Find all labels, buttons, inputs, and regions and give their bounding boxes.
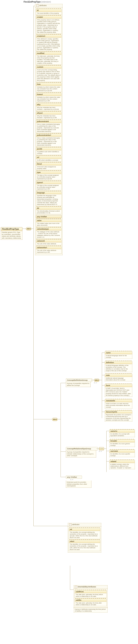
elem-desc: A natural language definition of the sem… xyxy=(105,364,132,372)
attr-qcode: qcodeA qualified code which identifies a… xyxy=(36,147,61,155)
attr-name: creatoruri xyxy=(36,34,61,38)
attr-how: howIndicates by which means the value wa… xyxy=(36,83,61,92)
attr-name: literal xyxy=(36,162,61,166)
root-type-desc: Flexible generic PCL-Type for controlled… xyxy=(1,231,22,240)
conn xyxy=(106,441,109,441)
attributes-panel: □attributes idThe local identifier of th… xyxy=(35,4,62,255)
attr-rel: relThe identifier of a concept defining … xyxy=(69,528,100,539)
elem-related: relatedA related concept, where the rela… xyxy=(109,460,135,469)
attr-name: qcode xyxy=(36,147,61,150)
elem-name: remoteInfo xyxy=(105,399,132,402)
attr-valuedatatype: valuedatatypeThe datatype of the value a… xyxy=(36,228,61,238)
attr-modified: modifiedThe date (and, optionally, the t… xyxy=(36,52,61,65)
elem-desc: An identifier of a more specific concept… xyxy=(109,453,135,457)
attr-name: custom xyxy=(36,66,61,68)
attr-desc: The unit of the value attribute - expres… xyxy=(36,249,61,254)
attr-literal: literalA free-text value assigned as pro… xyxy=(36,162,61,170)
attr-desc: The directionality of textual content (e… xyxy=(36,210,61,214)
attr-desc: If the property value is not defined, sp… xyxy=(36,18,61,34)
elem-desc: A link to an item or a web resource whic… xyxy=(105,402,132,408)
extension-label: Flex1ExtPropType (extension) xyxy=(24,1,51,3)
attributes-head: □attributes xyxy=(35,4,62,8)
attr-desc: A URI which identifies a concept. xyxy=(36,159,61,162)
conn xyxy=(102,400,105,401)
any-other: any ##other xyxy=(66,476,82,479)
attr-howuri: howuriIndicates by which means the value… xyxy=(36,93,61,102)
attr-name: modified xyxy=(36,52,61,55)
elem-name: nameA natural language name for the conc… xyxy=(105,351,132,359)
group-desc: A group of properties required to define… xyxy=(66,382,91,387)
conn xyxy=(102,375,105,375)
attr-name: valueunit xyxy=(36,239,61,242)
attr-whyuri: whyuriWhy the metadata has been included… xyxy=(36,112,61,119)
elem-name: hierarchyInfo xyxy=(105,410,132,414)
attr-desc: Specifies the language of this property … xyxy=(36,194,61,206)
conn xyxy=(70,566,70,590)
attr-name: rel xyxy=(69,528,100,531)
elem-name: broader xyxy=(109,439,135,442)
sequence-icon xyxy=(26,227,31,230)
sequence-icon xyxy=(94,378,99,382)
elem-name: related xyxy=(109,460,135,463)
attr-any---other: any ##other xyxy=(36,215,61,218)
attr-validto: validtoThe date (and, optionally, the ti… xyxy=(75,598,107,606)
elem-definition: definitionA natural language definition … xyxy=(105,361,132,372)
attr-name: value xyxy=(36,219,61,222)
diagram-canvas: { "top": {"label":"Flex1ExtPropType","ex… xyxy=(0,0,138,644)
attr-name: uri xyxy=(36,156,61,159)
any-desc: Extension point for provider-defined pro… xyxy=(66,481,91,488)
tva-desc: A group of attributes expressing the tim… xyxy=(74,608,108,612)
attr-box-icon: □ xyxy=(75,586,77,588)
cardinality: 0..∞ xyxy=(94,382,97,384)
attr-name: type xyxy=(36,171,61,174)
cardinality: 0..∞ xyxy=(70,479,73,480)
attr-desc: A qualified code which identifies a conc… xyxy=(36,150,61,155)
conn xyxy=(60,452,66,452)
concept-definition-group: ConceptDefinitionGroup xyxy=(66,378,92,382)
attr-name: validto xyxy=(75,598,107,602)
attributes-panel-2: □attributes relThe identifier of a conce… xyxy=(68,523,101,552)
attr-desc: If set to true the corresponding propert… xyxy=(36,68,61,82)
conn xyxy=(22,228,26,229)
attr-name: validfrom xyxy=(75,590,107,593)
attr-reluri: reluriThe identifier of a concept defini… xyxy=(69,540,100,551)
attr-desc: The identifier of a concept defining the… xyxy=(69,531,100,539)
attr-typeuri: typeuriThe type of the concept assigned … xyxy=(36,181,61,190)
attr-desc: Why the metadata has been included - exp… xyxy=(36,114,61,119)
sequence-icon xyxy=(52,418,58,421)
attr-name: whyuri xyxy=(36,112,61,114)
attr-custom: customIf set to true the corresponding p… xyxy=(36,66,61,82)
attr-valueunit: valueunitThe unit of the value attribute… xyxy=(36,239,61,245)
elem-hierarchyInfo: hierarchyInfoRepresents the position of … xyxy=(105,410,132,422)
attr-desc: The datatype of the value attribute – it… xyxy=(36,230,61,238)
attr-name: why xyxy=(36,103,61,106)
attr-pubconstrainturi: pubconstrainturiOne or many constraints … xyxy=(36,134,61,146)
attr-desc: The date (and, optionally, the time) bef… xyxy=(75,593,107,598)
conn xyxy=(31,228,33,229)
attr-desc: One or many constraints that apply to pu… xyxy=(36,137,61,146)
elem-name: sameAs xyxy=(109,430,135,433)
attr-desc: The type of the concept assigned as cont… xyxy=(36,184,61,190)
attr-value: valueThe related value (see more in the … xyxy=(36,219,61,226)
attr-pubconstraint: pubconstraintOne or many constraints tha… xyxy=(36,120,61,133)
tva-head: □timeValidityAttributes xyxy=(74,585,108,589)
conn xyxy=(106,461,109,462)
attr-desc: If the attribute is empty, specifies whi… xyxy=(36,38,61,51)
elem-broader: broaderAn identifier of a more generic c… xyxy=(109,439,135,447)
conn xyxy=(91,380,94,380)
elem-remoteInfo: remoteInfoA link to an item or a web res… xyxy=(105,399,132,408)
conn xyxy=(104,448,106,449)
attributes-body: idThe local identifier of the property.c… xyxy=(35,8,62,255)
group-desc: A group of properties required to indica… xyxy=(66,450,96,458)
elem-desc: A natural language name for the concept. xyxy=(105,354,132,359)
elem-desc: Additional natural language information … xyxy=(105,377,132,381)
attr-desc: Why the metadata has been included - exp… xyxy=(36,106,61,111)
elem-desc: An identifier of a more generic concept. xyxy=(109,442,135,447)
attr-name: valueunituri xyxy=(36,246,61,249)
attr-name: id xyxy=(36,9,61,12)
elem-name: note xyxy=(105,374,132,377)
attr-language: languageSpecifies the language of this p… xyxy=(36,191,61,206)
conn xyxy=(102,385,105,386)
attr-why: whyWhy the metadata has been included - … xyxy=(36,103,61,111)
attr-desc: Indicates by which means the value was e… xyxy=(36,86,61,92)
